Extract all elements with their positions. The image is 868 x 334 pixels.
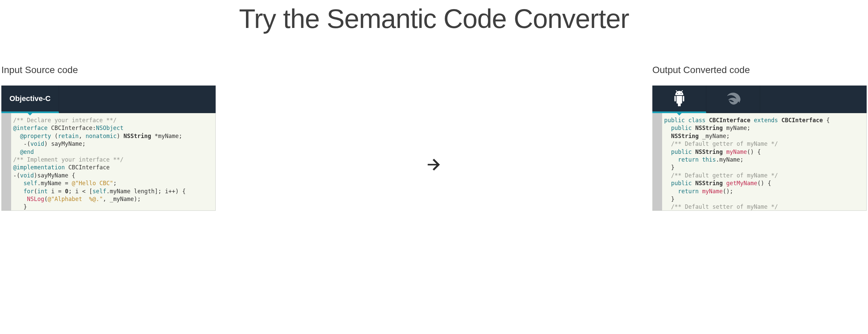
input-tabbar-filler [59,86,216,113]
page-title: Try the Semantic Code Converter [0,3,868,34]
input-label: Input Source code [1,65,216,75]
page-root: Try the Semantic Code Converter Input So… [0,0,868,211]
output-label: Output Converted code [652,65,867,75]
tab-android[interactable] [652,86,706,113]
tab-objective-c[interactable]: Objective-C [1,86,59,113]
input-tabbar: Objective-C [1,86,216,113]
tab-objective-c-label: Objective-C [9,94,51,103]
output-gutter [653,113,662,210]
tab-swift[interactable] [706,86,760,113]
input-gutter [2,113,11,210]
input-code-container: /** Declare your interface **/ @interfac… [1,113,216,211]
swift-icon [723,91,743,108]
panels-row: Input Source code Objective-C /** Declar… [0,65,868,211]
output-tabbar-filler [760,86,867,113]
input-code[interactable]: /** Declare your interface **/ @interfac… [11,113,215,210]
output-code[interactable]: public class CBCInterface extends CBCInt… [662,113,866,210]
output-code-container: public class CBCInterface extends CBCInt… [652,113,867,211]
output-tabbar [652,86,867,113]
input-panel: Input Source code Objective-C /** Declar… [1,65,216,211]
output-panel: Output Converted code [652,65,867,211]
android-icon [671,89,688,108]
arrow-right-icon [425,155,443,174]
arrow-separator [216,155,652,174]
